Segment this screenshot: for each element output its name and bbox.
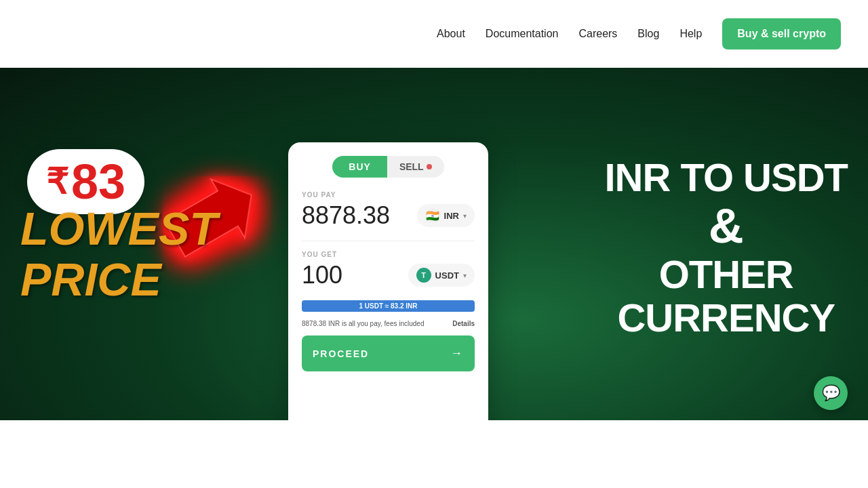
fee-row: 8878.38 INR is all you pay, fees include… — [302, 320, 475, 327]
right-text-line3: OTHER — [605, 253, 848, 296]
nav-careers[interactable]: Careers — [578, 28, 617, 40]
nav-help[interactable]: Help — [679, 28, 702, 40]
fee-text: 8878.38 INR is all you pay, fees include… — [302, 320, 424, 327]
details-link[interactable]: Details — [452, 320, 475, 327]
usdt-chevron-icon: ▾ — [463, 272, 467, 279]
right-text-amp: & — [605, 199, 848, 253]
tab-buy-button[interactable]: BUY — [332, 156, 387, 178]
divider — [302, 241, 475, 241]
usdt-flag: T — [416, 268, 431, 283]
buy-sell-cta-button[interactable]: Buy & sell crypto — [722, 18, 841, 49]
rupee-number: 83 — [71, 157, 125, 206]
bottom-strip — [0, 420, 868, 488]
you-get-row: 100 T USDT ▾ — [302, 261, 475, 289]
rupee-symbol: ₹ — [46, 164, 68, 199]
nav-about[interactable]: About — [437, 28, 465, 40]
lowest-price-text: LOWEST PRICE — [20, 203, 218, 305]
card-tabs: BUY SELL — [302, 156, 475, 178]
nav-blog[interactable]: Blog — [637, 28, 659, 40]
exchange-card: BUY SELL YOU PAY 8878.38 🇮🇳 INR ▾ YOU GE… — [288, 142, 488, 468]
navbar: About Documentation Careers Blog Help Bu… — [0, 0, 868, 68]
you-get-value: 100 — [302, 261, 342, 289]
proceed-button[interactable]: PROCEED → — [302, 336, 475, 371]
right-text-line4: CURRENCY — [605, 296, 848, 340]
inr-code: INR — [444, 211, 459, 221]
you-pay-row: 8878.38 🇮🇳 INR ▾ — [302, 201, 475, 230]
proceed-label: PROCEED — [313, 348, 369, 359]
right-text-line1: INR TO USDT — [605, 156, 848, 199]
chat-button[interactable]: 💬 — [814, 376, 848, 410]
inr-currency-selector[interactable]: 🇮🇳 INR ▾ — [417, 204, 475, 227]
usdt-code: USDT — [435, 270, 459, 281]
inr-flag: 🇮🇳 — [425, 208, 440, 223]
proceed-arrow-icon: → — [450, 346, 464, 361]
tab-sell-button[interactable]: SELL — [387, 156, 444, 178]
you-get-label: YOU GET — [302, 251, 475, 258]
right-heading: INR TO USDT & OTHER CURRENCY — [605, 156, 848, 340]
you-pay-value: 8878.38 — [302, 201, 390, 230]
chat-icon: 💬 — [822, 384, 840, 402]
inr-chevron-icon: ▾ — [463, 212, 467, 220]
nav-documentation[interactable]: Documentation — [486, 28, 559, 40]
rate-pill: 1 USDT ≈ 83.2 INR — [302, 300, 475, 312]
you-pay-label: YOU PAY — [302, 191, 475, 199]
sell-dot — [427, 164, 432, 169]
usdt-currency-selector[interactable]: T USDT ▾ — [408, 264, 475, 287]
